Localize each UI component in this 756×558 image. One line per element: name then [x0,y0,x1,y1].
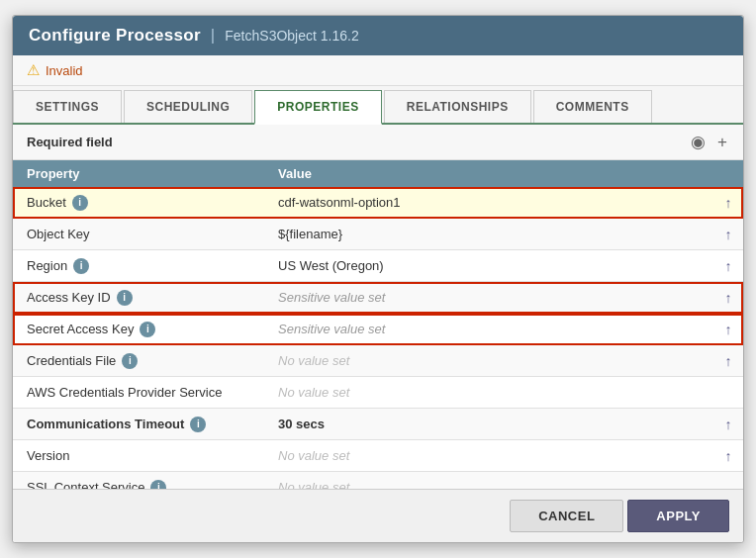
property-label: Communications Timeout [27,417,184,431]
table-row[interactable]: RegioniUS West (Oregon)↑ [13,250,743,282]
property-label: Object Key [27,227,90,241]
cell-property: Bucketi [13,190,270,216]
arrow-button[interactable]: ↑ [721,446,736,466]
cell-property: AWS Credentials Provider Service [13,380,270,405]
verify-button[interactable]: ◉ [689,132,708,152]
cell-value: No value set [270,380,587,405]
arrow-button[interactable]: ↑ [721,288,736,308]
dialog-title: Configure Processor [29,26,201,46]
cell-value: ${filename} [270,222,587,246]
dialog-subtitle: FetchS3Object 1.16.2 [225,28,358,44]
th-action [700,166,729,181]
info-icon[interactable]: i [117,290,133,306]
arrow-button[interactable]: ↑ [721,225,736,244]
property-label: Version [27,448,69,463]
cell-property: Credentials Filei [13,348,270,374]
cell-value: US West (Oregon) [270,253,587,278]
property-label: Credentials File [27,353,116,368]
cell-property: Regioni [13,253,270,279]
table-header: Property Value [13,160,743,187]
dialog-footer: CANCEL APPLY [13,489,743,542]
invalid-label: Invalid [46,63,83,78]
table-row[interactable]: Communications Timeouti30 secs↑ [13,409,743,440]
configure-processor-dialog: Configure Processor | FetchS3Object 1.16… [12,15,744,543]
table-row[interactable]: Bucketicdf-watsonml-option1↑ [13,187,743,219]
arrow-button[interactable]: ↑ [721,415,736,434]
cell-property: SSL Context Servicei [13,475,270,490]
cell-value: Sensitive value set [270,285,587,310]
tab-settings[interactable]: SETTINGS [13,90,122,123]
cell-value: Sensitive value set [270,317,587,341]
cell-value: 30 secs [270,412,587,436]
property-label: Bucket [27,195,66,210]
cell-value: No value set [270,443,587,468]
property-label: Access Key ID [27,290,111,305]
invalid-bar: ⚠ Invalid [13,55,743,86]
arrow-button[interactable]: ↑ [721,256,736,276]
dialog-header: Configure Processor | FetchS3Object 1.16… [13,16,743,55]
property-label: AWS Credentials Provider Service [27,385,222,400]
cell-action: ↑ [713,415,743,434]
info-icon[interactable]: i [140,322,155,337]
table-row[interactable]: Credentials FileiNo value set↑ [13,345,743,377]
cell-property: Communications Timeouti [13,412,270,437]
info-icon[interactable]: i [72,195,88,211]
arrow-button[interactable]: ↑ [721,320,736,339]
property-label: Secret Access Key [27,322,134,336]
th-property: Property [13,166,270,181]
tab-scheduling[interactable]: SCHEDULING [124,90,252,123]
apply-button[interactable]: APPLY [627,500,729,532]
cancel-button[interactable]: CANCEL [510,500,623,532]
cell-action: ↑ [713,351,743,371]
table-row[interactable]: Secret Access KeyiSensitive value set↑ [13,314,743,345]
cell-action: ↑ [713,193,743,213]
arrow-button[interactable]: ↑ [721,193,736,213]
table-row[interactable]: AWS Credentials Provider ServiceNo value… [13,377,743,409]
required-field-label: Required field [27,135,113,149]
cell-action: ↑ [713,446,743,466]
cell-property: Secret Access Keyi [13,317,270,342]
dialog-separator: | [211,26,215,46]
table-body: Bucketicdf-watsonml-option1↑Object Key${… [13,187,743,489]
tab-relationships[interactable]: RELATIONSHIPS [384,90,531,123]
property-label: SSL Context Service [27,480,144,489]
add-property-button[interactable]: + [715,133,729,152]
cell-action: ↑ [713,288,743,308]
table-row[interactable]: Object Key${filename}↑ [13,219,743,250]
tabs-bar: SETTINGSSCHEDULINGPROPERTIESRELATIONSHIP… [13,86,743,125]
cell-property: Object Key [13,222,270,246]
cell-value: No value set [270,475,587,489]
info-icon[interactable]: i [73,258,89,274]
cell-action: ↑ [713,256,743,276]
table-row[interactable]: SSL Context ServiceiNo value set [13,472,743,489]
required-actions: ◉ + [689,132,729,152]
table-row[interactable]: Access Key IDiSensitive value set↑ [13,282,743,314]
cell-property: Access Key IDi [13,285,270,311]
tab-comments[interactable]: COMMENTS [533,90,652,123]
cell-property: Version [13,443,270,468]
tab-properties[interactable]: PROPERTIES [254,90,381,125]
cell-value: No value set [270,348,587,373]
info-icon[interactable]: i [150,480,166,490]
table-row[interactable]: VersionNo value set↑ [13,440,743,472]
property-label: Region [27,258,67,273]
info-icon[interactable]: i [190,417,206,432]
required-field-row: Required field ◉ + [13,125,743,160]
info-icon[interactable]: i [122,353,138,369]
cell-value: cdf-watsonml-option1 [270,190,587,215]
th-value: Value [270,166,700,181]
arrow-button[interactable]: ↑ [721,351,736,371]
warning-icon: ⚠ [27,61,40,79]
cell-action: ↑ [713,225,743,244]
cell-action: ↑ [713,320,743,339]
